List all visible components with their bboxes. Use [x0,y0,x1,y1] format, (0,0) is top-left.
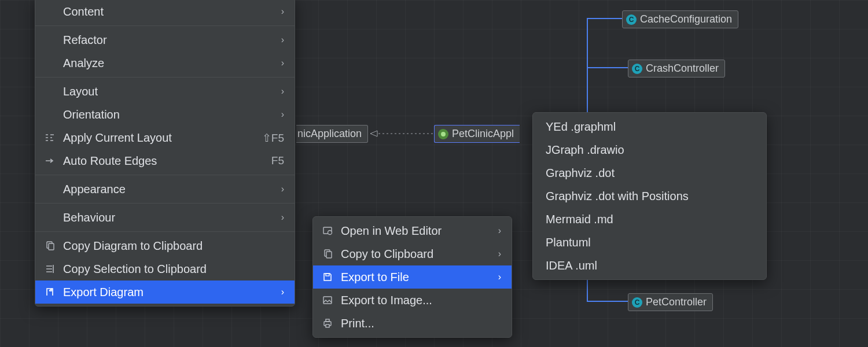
chevron-right-icon: › [281,184,284,194]
chevron-right-icon: › [498,272,501,282]
node-label: CacheConfiguration [640,13,732,25]
save-icon [321,272,334,282]
shortcut-label: ⇧F5 [262,131,284,145]
context-menu: Content › Refactor › Analyze › Layout › … [35,0,295,307]
submenu-open-web[interactable]: Open in Web Editor › [313,219,512,242]
chevron-right-icon: › [281,109,284,120]
submenu-export-image[interactable]: Export to Image... [313,289,512,312]
class-icon: C [626,14,637,25]
format-graphviz[interactable]: Graphviz .dot [533,161,766,184]
svg-rect-10 [326,319,329,322]
node-label: nicApplication [297,128,362,140]
export-format-submenu: YEd .graphml JGraph .drawio Graphviz .do… [532,112,767,280]
menu-separator [35,203,295,204]
menu-behaviour[interactable]: Behaviour › [35,206,295,229]
class-icon: C [632,297,642,308]
menu-content[interactable]: Content › [35,0,295,23]
format-yed[interactable]: YEd .graphml [533,115,766,138]
menu-orientation[interactable]: Orientation › [35,103,295,126]
menu-analyze[interactable]: Analyze › [35,51,295,75]
svg-rect-2 [49,243,54,250]
chevron-right-icon: › [281,287,284,297]
shortcut-label: F5 [271,154,284,167]
svg-rect-8 [323,297,332,304]
route-icon [43,156,56,166]
export-icon [43,287,56,297]
image-icon [321,295,334,305]
format-jgraph[interactable]: JGraph .drawio [533,138,766,161]
globe-icon [321,226,334,236]
class-icon: C [632,64,642,74]
format-idea-uml[interactable]: IDEA .uml [533,254,766,277]
submenu-print[interactable]: Print... [313,312,512,335]
format-graphviz-positions[interactable]: Graphviz .dot with Positions [533,184,766,208]
copy-icon [43,241,56,251]
layout-icon [43,132,56,143]
node-cacheconfiguration[interactable]: C CacheConfiguration [622,10,738,28]
print-icon [321,318,334,328]
chevron-right-icon: › [281,35,284,45]
svg-rect-11 [326,324,329,327]
menu-separator [35,25,295,26]
svg-rect-7 [326,274,329,276]
chevron-right-icon: › [281,58,284,68]
menu-separator [35,77,295,77]
menu-export-diagram[interactable]: Export Diagram › [35,280,295,304]
menu-refactor[interactable]: Refactor › [35,28,295,51]
chevron-right-icon: › [498,226,501,236]
chevron-right-icon: › [281,6,284,17]
menu-separator [35,231,295,232]
menu-apply-current-layout[interactable]: Apply Current Layout ⇧F5 [35,126,295,149]
menu-appearance[interactable]: Appearance › [35,178,295,201]
copy-selection-icon [43,264,56,274]
submenu-export-file[interactable]: Export to File › [313,265,512,289]
node-petcontroller[interactable]: C PetController [628,293,713,311]
node-label: PetController [646,296,707,308]
chevron-right-icon: › [498,249,501,259]
node-label: CrashController [646,62,719,75]
svg-point-4 [328,231,332,235]
chevron-right-icon: › [281,86,284,97]
node-petclinicappltests[interactable]: PetClinicAppl [434,125,520,143]
node-crashcontroller[interactable]: C CrashController [628,60,725,77]
copy-icon [321,249,334,259]
format-mermaid[interactable]: Mermaid .md [533,208,766,231]
node-petclinicapplication-left[interactable]: nicApplication [296,125,368,143]
spring-icon [438,129,448,139]
menu-separator [35,175,295,175]
menu-layout[interactable]: Layout › [35,80,295,103]
menu-copy-diagram[interactable]: Copy Diagram to Clipboard [35,234,295,257]
menu-copy-selection[interactable]: Copy Selection to Clipboard [35,257,295,280]
node-label: PetClinicAppl [452,128,514,140]
export-submenu: Open in Web Editor › Copy to Clipboard ›… [312,216,512,338]
format-plantuml[interactable]: Plantuml [533,231,766,254]
svg-rect-6 [326,252,332,258]
menu-auto-route-edges[interactable]: Auto Route Edges F5 [35,149,295,172]
chevron-right-icon: › [281,212,284,223]
submenu-copy-clipboard[interactable]: Copy to Clipboard › [313,242,512,265]
